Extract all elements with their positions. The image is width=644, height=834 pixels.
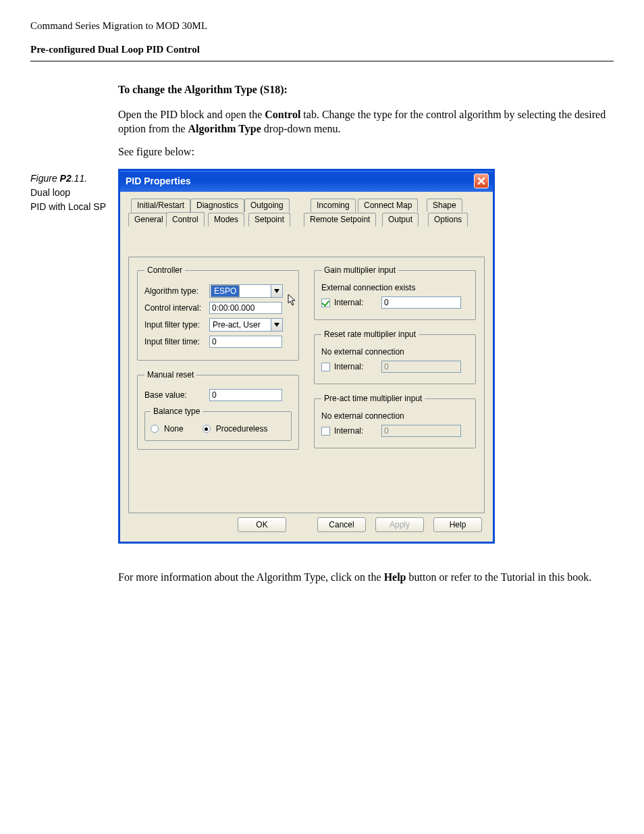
manual-reset-legend: Manual reset xyxy=(144,370,196,380)
tab-remote-setpoint[interactable]: Remote Setpoint xyxy=(304,213,376,226)
instruction-para: Open the PID block and open the Control … xyxy=(118,108,614,136)
input-filter-time-label: Input filter time: xyxy=(144,337,209,346)
tab-general[interactable]: General xyxy=(128,213,169,226)
chevron-down-icon xyxy=(274,289,279,293)
help-hint-para: For more information about the Algorithm… xyxy=(118,571,614,585)
titlebar[interactable]: PID Properties xyxy=(120,171,493,192)
tab-control[interactable]: Control xyxy=(166,212,205,227)
tab-connect-map[interactable]: Connect Map xyxy=(358,199,418,212)
gain-status: External connection exists xyxy=(321,283,468,292)
base-value-input[interactable] xyxy=(209,389,282,401)
chevron-down-icon xyxy=(274,323,279,327)
doc-subheader: Pre-configured Dual Loop PID Control xyxy=(30,44,614,55)
preact-internal-label: Internal: xyxy=(334,426,377,436)
preact-legend: Pre-act time multiplier input xyxy=(321,394,425,403)
text: drop-down menu. xyxy=(261,123,341,134)
reset-rate-multiplier-group: Reset rate multiplier input No external … xyxy=(314,330,476,384)
balance-none-option[interactable]: None xyxy=(151,424,184,434)
control-tab-panel: Controller Algorithm type: ESPO xyxy=(128,257,485,513)
text: Dual loop xyxy=(30,186,111,200)
gain-multiplier-group: Gain multiplier input External connectio… xyxy=(314,265,476,320)
text-bold: Control xyxy=(265,109,300,120)
input-filter-type-label: Input filter type: xyxy=(144,320,209,330)
tab-output[interactable]: Output xyxy=(382,213,419,226)
input-filter-type-value: Pre-act, User xyxy=(210,319,263,330)
text: PID with Local SP xyxy=(30,200,111,214)
gain-internal-input[interactable] xyxy=(381,296,461,309)
input-filter-time-input[interactable] xyxy=(209,336,282,348)
text-bold: Algorithm Type xyxy=(188,123,261,134)
close-button[interactable] xyxy=(474,174,489,188)
figure-caption: Figure P2.11. Dual loop PID with Local S… xyxy=(30,172,111,214)
text: For more information about the Algorithm… xyxy=(118,571,384,583)
reset-rate-status: No external connection xyxy=(321,347,468,357)
radio-label: None xyxy=(164,424,184,434)
reset-rate-internal-checkbox[interactable] xyxy=(321,363,330,371)
algorithm-type-label: Algorithm type: xyxy=(144,286,209,296)
gain-internal-checkbox[interactable] xyxy=(321,298,330,307)
tab-initial-restart[interactable]: Initial/Restart xyxy=(131,199,190,212)
preact-status: No external connection xyxy=(321,411,468,421)
text: button or refer to the Tutorial in this … xyxy=(406,571,592,583)
tab-modes[interactable]: Modes xyxy=(208,213,244,226)
text: Figure xyxy=(30,173,60,184)
gain-legend: Gain multiplier input xyxy=(321,265,398,275)
gain-internal-label: Internal: xyxy=(334,298,377,307)
section-heading: To change the Algorithm Type (S18): xyxy=(118,83,614,97)
dialog-button-bar: OK Cancel Apply Help xyxy=(128,513,485,533)
dropdown-button[interactable] xyxy=(271,284,283,298)
balance-procedureless-option[interactable]: Procedureless xyxy=(203,424,268,434)
tab-options[interactable]: Options xyxy=(428,213,468,226)
tab-strip: Initial/Restart Diagnostics Outgoing Inc… xyxy=(128,199,485,228)
manual-reset-group: Manual reset Base value: Balance type No… xyxy=(137,370,299,450)
control-interval-input[interactable] xyxy=(209,302,282,314)
reset-rate-legend: Reset rate multiplier input xyxy=(321,330,419,339)
preact-internal-checkbox[interactable] xyxy=(321,427,330,436)
tab-incoming[interactable]: Incoming xyxy=(311,199,356,212)
see-figure-text: See figure below: xyxy=(118,145,614,159)
controller-legend: Controller xyxy=(144,265,185,275)
input-filter-type-select[interactable]: Pre-act, User xyxy=(209,318,283,332)
tab-outgoing[interactable]: Outgoing xyxy=(244,199,290,212)
radio-icon xyxy=(203,425,211,433)
header-rule xyxy=(30,61,614,61)
dialog-title: PID Properties xyxy=(126,176,190,186)
base-value-label: Base value: xyxy=(144,390,209,400)
apply-button: Apply xyxy=(375,517,424,532)
text: .11. xyxy=(72,173,87,184)
text-bold: P2 xyxy=(60,173,72,184)
doc-header: Command Series Migration to MOD 30ML xyxy=(30,20,614,32)
preact-internal-input xyxy=(381,425,461,437)
tab-setpoint[interactable]: Setpoint xyxy=(248,213,290,226)
tab-diagnostics[interactable]: Diagnostics xyxy=(190,199,244,212)
pid-properties-dialog: PID Properties Initial/Restart Diagnosti… xyxy=(118,169,495,544)
radio-icon xyxy=(151,425,159,433)
controller-group: Controller Algorithm type: ESPO xyxy=(137,265,299,361)
dropdown-button[interactable] xyxy=(271,318,283,332)
balance-type-legend: Balance type xyxy=(151,407,203,416)
tab-shape[interactable]: Shape xyxy=(427,199,462,212)
balance-type-group: Balance type None Procedureless xyxy=(144,407,292,441)
cancel-button[interactable]: Cancel xyxy=(317,517,366,532)
radio-label: Procedureless xyxy=(216,424,268,434)
close-icon xyxy=(477,177,485,185)
help-button[interactable]: Help xyxy=(433,517,482,532)
text: Open the PID block and open the xyxy=(118,109,265,120)
reset-rate-internal-label: Internal: xyxy=(334,362,377,371)
control-interval-label: Control interval: xyxy=(144,303,209,313)
text-bold: Help xyxy=(384,571,406,583)
preact-multiplier-group: Pre-act time multiplier input No externa… xyxy=(314,394,476,448)
ok-button[interactable]: OK xyxy=(238,517,286,532)
algorithm-type-value: ESPO xyxy=(211,285,240,297)
algorithm-type-select[interactable]: ESPO xyxy=(209,284,283,298)
reset-rate-internal-input xyxy=(381,361,461,373)
